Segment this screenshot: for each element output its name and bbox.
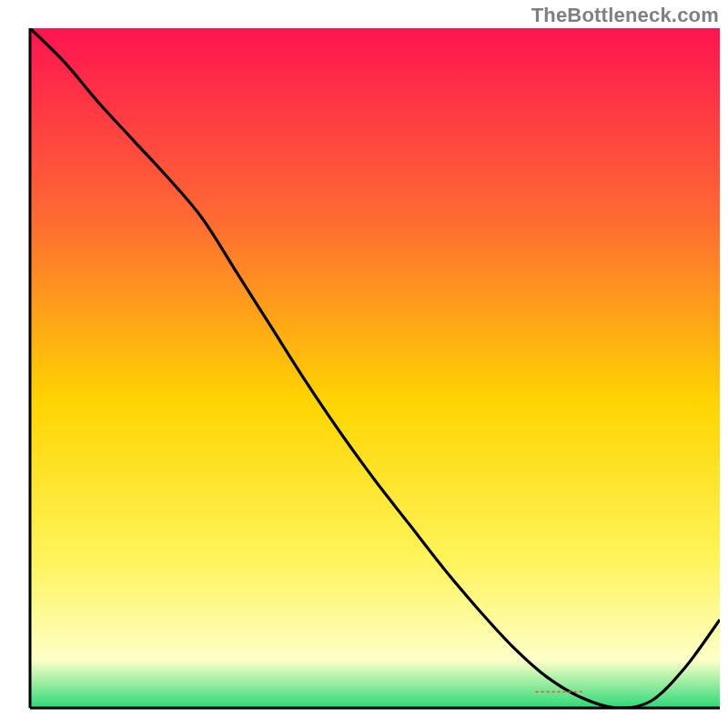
highlight-marker: --------- xyxy=(534,686,583,696)
gradient-background xyxy=(30,28,720,708)
bottleneck-chart xyxy=(0,0,728,728)
